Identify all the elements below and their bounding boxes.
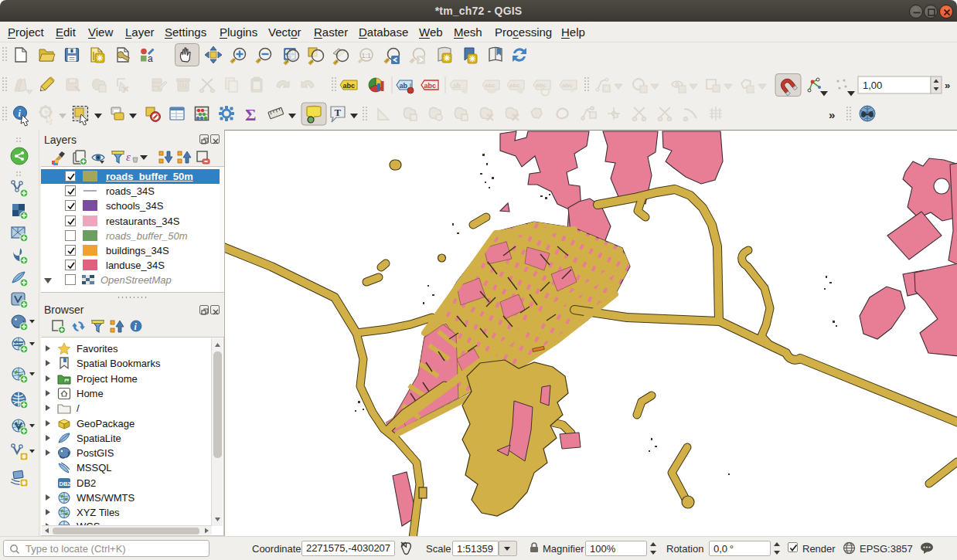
svg-text:ab: ab (400, 82, 408, 90)
svg-text:ab: ab (453, 82, 461, 90)
svg-text:1:1: 1:1 (362, 52, 372, 59)
svg-text:1,00: 1,00 (863, 80, 882, 91)
svg-text:T: T (335, 107, 342, 118)
svg-text:abc: abc (562, 82, 573, 89)
svg-text:DB2: DB2 (60, 480, 71, 487)
svg-text:abc: abc (424, 82, 437, 90)
svg-text:Σ: Σ (245, 105, 256, 124)
svg-text:ε: ε (126, 151, 131, 163)
svg-text:a: a (148, 53, 153, 64)
svg-text:abc: abc (343, 82, 356, 90)
svg-text:»: » (945, 80, 950, 91)
svg-text:»: » (829, 108, 835, 121)
svg-text:abc: abc (536, 82, 547, 89)
svg-text:abc: abc (485, 82, 496, 89)
